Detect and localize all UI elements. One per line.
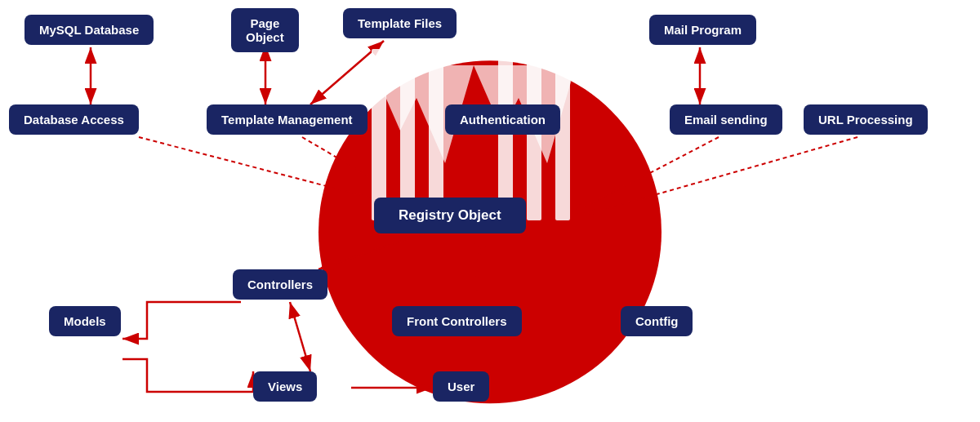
mail-program-node: Mail Program [649,15,756,45]
authentication-node: Authentication [445,104,560,135]
diagram-container: MySQL Database Page Object Template File… [0,0,980,422]
page-object-node: Page Object [231,8,299,52]
contfig-node: Contfig [621,306,693,336]
database-access-node: Database Access [9,104,139,135]
svg-line-13 [318,230,433,269]
views-node: Views [253,371,317,402]
mysql-database-node: MySQL Database [24,15,154,45]
user-node: User [433,371,489,402]
front-controllers-node: Front Controllers [392,306,522,336]
svg-line-11 [588,137,858,214]
controllers-node: Controllers [233,269,327,300]
registry-object-node: Registry Object [374,198,526,233]
template-files-node: Template Files [343,8,457,38]
url-processing-node: URL Processing [804,104,928,135]
svg-line-14 [290,302,310,371]
email-sending-node: Email sending [670,104,782,135]
svg-line-12 [474,230,482,306]
svg-line-10 [572,137,719,214]
models-node: Models [49,306,121,336]
template-management-node: Template Management [207,104,368,135]
